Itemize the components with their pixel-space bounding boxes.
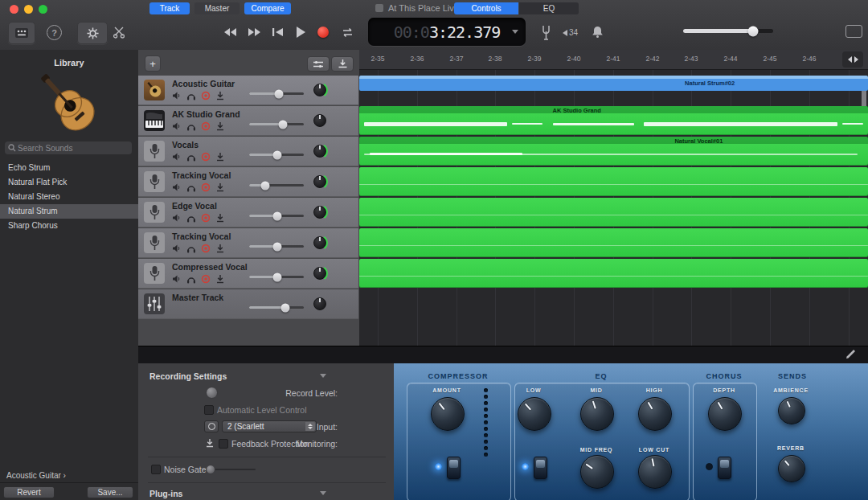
- stepper-icon[interactable]: [305, 422, 315, 431]
- solo-headphones-icon[interactable]: [186, 274, 196, 284]
- save-button[interactable]: Save...: [87, 486, 133, 498]
- library-item-selected[interactable]: Natural Strum: [0, 204, 138, 219]
- track-volume-slider[interactable]: [249, 245, 304, 248]
- tab-master[interactable]: Master: [194, 2, 240, 14]
- record-enable-icon[interactable]: [201, 121, 211, 131]
- monitoring-icon[interactable]: [205, 438, 215, 448]
- input-monitor-icon[interactable]: [215, 244, 225, 253]
- track-header[interactable]: Vocals: [138, 137, 358, 166]
- cut-tool-icon[interactable]: [113, 26, 125, 39]
- timeline-ruler[interactable]: 2-35 2-36 2-37 2-38 2-39 2-40 2-41 2-42 …: [359, 50, 868, 70]
- track-volume-slider[interactable]: [249, 184, 304, 186]
- recording-settings-title[interactable]: Recording Settings: [149, 371, 227, 381]
- compressor-amount-knob[interactable]: [431, 397, 465, 431]
- tab-track[interactable]: Track: [149, 2, 190, 14]
- pan-knob[interactable]: [312, 296, 328, 312]
- metronome-bell-icon[interactable]: [592, 26, 604, 39]
- record-enable-icon[interactable]: [201, 91, 211, 100]
- track-volume-slider[interactable]: [249, 123, 304, 125]
- go-to-beginning-button[interactable]: [267, 22, 289, 43]
- audio-region[interactable]: [359, 198, 868, 227]
- chevron-down-icon[interactable]: [320, 491, 326, 495]
- pan-knob[interactable]: [312, 235, 328, 251]
- audio-region[interactable]: [359, 167, 868, 196]
- input-monitor-icon[interactable]: [215, 152, 225, 162]
- display-mode-icon[interactable]: [845, 25, 862, 38]
- search-sounds-field[interactable]: [5, 141, 132, 154]
- pan-knob[interactable]: [312, 174, 328, 190]
- eq-mid-knob[interactable]: [580, 397, 614, 431]
- chorus-depth-knob[interactable]: [708, 397, 742, 431]
- add-track-button[interactable]: +: [145, 55, 161, 72]
- solo-headphones-icon[interactable]: [186, 121, 196, 131]
- settings-button[interactable]: [77, 22, 108, 44]
- audio-region[interactable]: [359, 259, 868, 288]
- audio-region[interactable]: Natural Strum#02: [359, 76, 868, 91]
- record-enable-icon[interactable]: [201, 182, 211, 192]
- track-header[interactable]: Edge Vocal: [138, 198, 358, 227]
- mute-icon[interactable]: [172, 244, 182, 253]
- input-monitor-icon[interactable]: [215, 213, 225, 223]
- solo-headphones-icon[interactable]: [186, 152, 196, 162]
- help-button[interactable]: ?: [47, 25, 62, 40]
- count-in-readout[interactable]: 34: [563, 28, 578, 37]
- timeline-corner-controls[interactable]: [842, 51, 863, 68]
- track-volume-slider[interactable]: [249, 154, 304, 156]
- lcd-time-display[interactable]: 00:0 3:22.379: [368, 18, 526, 46]
- search-input[interactable]: [16, 143, 116, 154]
- track-header[interactable]: AK Studio Grand: [138, 106, 358, 136]
- input-format-button[interactable]: [204, 420, 219, 432]
- record-enable-icon[interactable]: [201, 244, 211, 253]
- audio-region[interactable]: AK Studio Grand: [359, 106, 868, 135]
- noise-gate-checkbox[interactable]: [151, 465, 161, 474]
- solo-headphones-icon[interactable]: [186, 91, 196, 100]
- mute-icon[interactable]: [172, 213, 182, 223]
- tab-eq[interactable]: EQ: [519, 2, 579, 14]
- mute-icon[interactable]: [172, 121, 182, 131]
- record-button[interactable]: [312, 22, 334, 43]
- tab-controls[interactable]: Controls: [454, 2, 518, 14]
- audio-region[interactable]: [359, 228, 868, 257]
- volume-knob[interactable]: [748, 26, 759, 36]
- track-header[interactable]: Acoustic Guitar: [138, 76, 358, 105]
- mute-icon[interactable]: [172, 152, 182, 162]
- rewind-button[interactable]: [219, 22, 241, 43]
- mute-icon[interactable]: [172, 91, 182, 100]
- pan-knob[interactable]: [312, 82, 328, 98]
- track-header[interactable]: Tracking Vocal: [138, 228, 358, 258]
- track-header[interactable]: Tracking Vocal: [138, 167, 358, 197]
- eq-low-cut-knob[interactable]: [638, 455, 672, 489]
- solo-headphones-icon[interactable]: [186, 213, 196, 223]
- library-item[interactable]: Echo Strum: [0, 161, 138, 175]
- sends-ambience-knob[interactable]: [778, 397, 805, 424]
- cycle-button[interactable]: [336, 22, 358, 43]
- input-monitor-icon[interactable]: [215, 182, 225, 192]
- input-monitor-icon[interactable]: [215, 274, 225, 284]
- mixer-button[interactable]: [307, 56, 330, 72]
- eq-high-knob[interactable]: [638, 397, 672, 431]
- current-patch-label[interactable]: Acoustic Guitar ›: [6, 471, 66, 480]
- pan-knob[interactable]: [312, 113, 328, 129]
- track-volume-slider[interactable]: [249, 215, 304, 217]
- audio-region[interactable]: Natural Vocal#01: [359, 137, 868, 166]
- sends-reverb-knob[interactable]: [778, 455, 805, 482]
- play-button[interactable]: [289, 22, 312, 43]
- feedback-protection-checkbox[interactable]: [219, 439, 228, 449]
- plugins-title[interactable]: Plug-ins: [149, 489, 182, 498]
- master-volume-slider[interactable]: [683, 29, 773, 33]
- compressor-switch[interactable]: [447, 457, 461, 479]
- noise-gate-slider[interactable]: [209, 469, 256, 470]
- mute-icon[interactable]: [172, 182, 182, 192]
- library-toggle-button[interactable]: [8, 22, 35, 44]
- fast-forward-button[interactable]: [243, 22, 265, 43]
- record-enable-icon[interactable]: [201, 274, 211, 284]
- mute-icon[interactable]: [172, 274, 182, 284]
- pan-knob[interactable]: [312, 204, 328, 220]
- track-header[interactable]: Compressed Vocal: [138, 259, 358, 289]
- edit-pencil-icon[interactable]: [845, 349, 856, 359]
- track-volume-slider[interactable]: [249, 276, 304, 278]
- library-item[interactable]: Natural Stereo: [0, 190, 138, 204]
- record-enable-icon[interactable]: [201, 213, 211, 223]
- pan-knob[interactable]: [312, 265, 328, 281]
- track-volume-slider[interactable]: [249, 92, 304, 95]
